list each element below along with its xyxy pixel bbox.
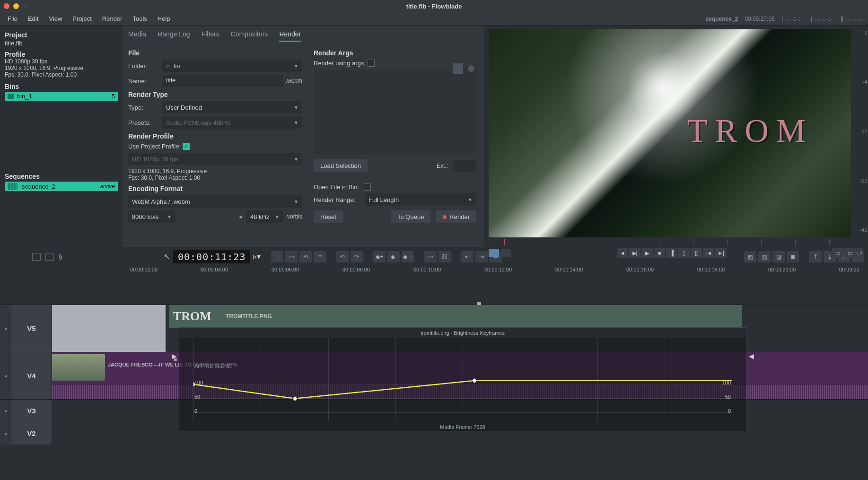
samplerate-select[interactable]: 48 kHz ▼: [246, 210, 283, 223]
args-label: Render using args:: [314, 60, 366, 67]
track-v2-label[interactable]: V2: [11, 422, 52, 445]
bin-item[interactable]: bin_1 5: [5, 92, 118, 101]
tab-render[interactable]: Render: [279, 30, 301, 42]
args-textarea[interactable]: [314, 70, 476, 155]
add-keyframe-icon[interactable]: ◆+: [373, 251, 386, 262]
tab-range-log[interactable]: Range Log: [158, 30, 190, 42]
ext-input[interactable]: [453, 160, 476, 172]
bitrate-select[interactable]: 8000 kb/s ▼: [128, 210, 175, 223]
args-checkbox[interactable]: [368, 60, 375, 67]
tool-sliders-icon[interactable]: ⫼: [271, 251, 283, 262]
keyframe-menu-icon[interactable]: ≡: [174, 356, 178, 363]
track-v3-toggle[interactable]: ◂: [0, 400, 11, 422]
track-v3-label[interactable]: V3: [11, 400, 52, 422]
tab-filters[interactable]: Filters: [202, 30, 219, 42]
prev-frame-button[interactable]: ◄: [617, 248, 628, 258]
close-icon[interactable]: [4, 3, 9, 9]
render-button[interactable]: Render: [436, 210, 476, 223]
timeline-view-icon-2[interactable]: [45, 253, 54, 261]
sequence-item[interactable]: sequence_2 active: [5, 182, 118, 191]
next-frame-button[interactable]: ▐: [666, 248, 677, 258]
encoding-select[interactable]: WebM Alpha / .webm ▼: [128, 195, 302, 208]
keyframe-arrow-icon[interactable]: ◆→: [402, 251, 414, 262]
chevron-down-icon: ▼: [468, 197, 473, 202]
menu-view[interactable]: View: [44, 14, 67, 24]
chevron-left-icon[interactable]: ◄: [238, 214, 243, 219]
name-input[interactable]: title: [162, 75, 283, 87]
keyframe-editor[interactable]: tromtitle.png - Brightness Keyframes ▶ ≡…: [179, 327, 746, 431]
track-v4-toggle[interactable]: ◂: [0, 352, 11, 399]
play-reverse-button[interactable]: ▶|: [629, 248, 640, 258]
timeline-view-icon-3[interactable]: §: [59, 253, 67, 261]
status-mark-2: [ --:--:--:--: [811, 16, 834, 22]
ripple-left-icon[interactable]: ⇤: [461, 251, 473, 262]
project-panel: Project title.flb Profile HD 1080p 30 fp…: [0, 26, 123, 247]
queue-button[interactable]: To Queue: [391, 210, 430, 223]
track-v2-toggle[interactable]: ◂: [0, 422, 11, 445]
sequences-heading: Sequences: [5, 173, 118, 180]
status-mark-3: ][ --:--:--:--: [841, 16, 865, 22]
menu-project[interactable]: Project: [68, 14, 96, 24]
timecode-display[interactable]: 00:00:11:23: [173, 250, 250, 263]
remove-keyframe-icon[interactable]: ◆-: [387, 251, 400, 262]
insert-mode-icon[interactable]: ▭: [424, 251, 437, 262]
type-select[interactable]: User Defined ▼: [162, 101, 302, 113]
layout-1-button[interactable]: ▭: [832, 248, 843, 258]
menu-edit[interactable]: Edit: [23, 14, 43, 24]
ext-label: Ext.:: [437, 163, 448, 169]
tab-compositors[interactable]: Compositors: [231, 30, 268, 42]
tool-list-icon[interactable]: ≡: [314, 251, 326, 262]
stop-button[interactable]: ■: [654, 248, 665, 258]
minimize-icon[interactable]: [13, 3, 19, 9]
scrubber-playhead[interactable]: [504, 239, 505, 245]
use-project-checkbox[interactable]: ✓: [183, 143, 190, 150]
track-v5-label[interactable]: V5: [11, 305, 52, 352]
menu-help[interactable]: Help: [153, 14, 175, 24]
track-v5-toggle[interactable]: ◂: [0, 305, 11, 352]
open-bin-checkbox[interactable]: [364, 183, 371, 191]
tool-dropdown-icon[interactable]: ▹▾: [253, 251, 261, 262]
menu-render[interactable]: Render: [97, 14, 127, 24]
keyframe-curve[interactable]: [193, 338, 732, 422]
clip-v5-blank[interactable]: [52, 305, 166, 352]
mark-out-button[interactable]: ][: [691, 248, 702, 258]
tool-sync-icon[interactable]: ⟲: [299, 251, 312, 262]
preview-viewer[interactable]: TROM: [489, 29, 851, 237]
profile-line1: HD 1080p 30 fps: [5, 58, 118, 65]
bins-heading: Bins: [5, 83, 118, 90]
timeline-view-icon-1[interactable]: [32, 253, 41, 261]
goto-out-button[interactable]: ►|: [715, 248, 727, 258]
track-v4-label[interactable]: V4: [11, 352, 52, 399]
chevron-down-icon: ▼: [294, 120, 298, 125]
cursor-tool-icon[interactable]: ↖: [163, 251, 170, 262]
timeline-ruler[interactable]: 00:00:02:00 00:00:04:00 00:00:06:00 00:0…: [0, 266, 868, 276]
reset-button[interactable]: Reset: [314, 210, 343, 223]
menu-file[interactable]: File: [3, 14, 22, 24]
tab-media[interactable]: Media: [128, 30, 146, 42]
goto-in-button[interactable]: |◄: [703, 248, 714, 258]
menu-tools[interactable]: Tools: [128, 14, 151, 24]
tool-clip-icon[interactable]: ▭: [285, 251, 298, 262]
menubar: File Edit View Project Render Tools Help…: [0, 12, 868, 26]
maximize-icon[interactable]: [23, 3, 28, 9]
clip-v4-thumbnail: [52, 354, 105, 381]
range-select[interactable]: Full Length ▼: [365, 193, 476, 206]
viewer-scrubber[interactable]: [489, 239, 863, 245]
layout-2-button[interactable]: ▭: [844, 248, 856, 258]
mark-in-button[interactable]: [: [678, 248, 690, 258]
overwrite-mode-icon[interactable]: ⛓: [438, 251, 451, 262]
save-args-icon[interactable]: [453, 63, 463, 74]
record-icon: [443, 215, 447, 219]
undo-button[interactable]: ↶: [336, 251, 349, 262]
play-button[interactable]: ▶: [641, 248, 653, 258]
folder-select[interactable]: ⌂tio ▼: [162, 60, 302, 72]
view-mode-1[interactable]: [489, 249, 499, 257]
redo-button[interactable]: ↷: [351, 251, 363, 262]
args-status-icon: [468, 65, 474, 72]
clip-v5-title[interactable]: TROM TROMTITLE.PNG: [169, 305, 742, 328]
svg-rect-0: [193, 382, 196, 387]
ripple-right-icon[interactable]: ⇥: [475, 251, 488, 262]
status-mark-1: ] --:--:--:--: [781, 16, 805, 22]
view-mode-2[interactable]: [501, 249, 511, 257]
keyframe-handle-right[interactable]: ◀: [749, 352, 754, 359]
